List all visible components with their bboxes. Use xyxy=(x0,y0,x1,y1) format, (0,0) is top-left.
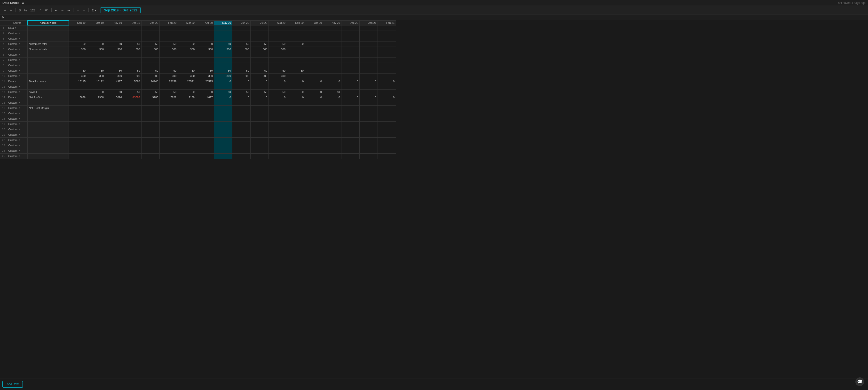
header-col-Jan-21[interactable]: Jan 21 xyxy=(360,20,378,25)
data-cell-8-15[interactable] xyxy=(341,63,360,68)
data-cell-10-16[interactable] xyxy=(360,73,378,79)
data-cell-21-16[interactable] xyxy=(360,132,378,137)
data-cell-8-4[interactable] xyxy=(142,63,160,68)
header-col-Jul-20[interactable]: Jul 20 xyxy=(251,20,269,25)
data-cell-3-3[interactable] xyxy=(123,36,142,41)
data-cell-1-14[interactable] xyxy=(323,25,341,31)
expand-arrow-11[interactable]: ▾ xyxy=(45,80,46,83)
data-cell-3-8[interactable] xyxy=(214,36,232,41)
data-cell-14-10[interactable]: 0 xyxy=(251,95,269,100)
data-cell-15-2[interactable] xyxy=(105,100,123,105)
source-dropdown-19[interactable]: ▼ xyxy=(18,123,20,125)
number-button[interactable]: 123 xyxy=(29,8,37,13)
data-cell-23-0[interactable] xyxy=(69,143,87,148)
data-cell-3-6[interactable] xyxy=(178,36,196,41)
data-cell-11-12[interactable]: 0 xyxy=(287,79,305,84)
data-cell-20-2[interactable] xyxy=(105,127,123,132)
data-cell-25-0[interactable] xyxy=(69,154,87,159)
data-cell-14-2[interactable]: 3094 xyxy=(105,95,123,100)
source-dropdown-8[interactable]: ▼ xyxy=(18,64,20,66)
data-cell-11-7[interactable]: 20515 xyxy=(196,79,214,84)
data-cell-25-16[interactable] xyxy=(360,154,378,159)
data-cell-13-5[interactable]: 50 xyxy=(160,89,178,95)
data-cell-22-15[interactable] xyxy=(341,137,360,143)
data-cell-21-4[interactable] xyxy=(142,132,160,137)
data-cell-12-4[interactable] xyxy=(142,84,160,89)
data-cell-11-14[interactable]: 0 xyxy=(323,79,341,84)
data-cell-14-14[interactable]: 0 xyxy=(323,95,341,100)
data-cell-23-15[interactable] xyxy=(341,143,360,148)
data-cell-11-1[interactable]: 18172 xyxy=(87,79,105,84)
data-cell-7-3[interactable] xyxy=(123,57,142,63)
data-cell-12-5[interactable] xyxy=(160,84,178,89)
data-cell-12-1[interactable] xyxy=(87,84,105,89)
data-cell-13-11[interactable]: 50 xyxy=(269,89,287,95)
source-dropdown-9[interactable]: ▼ xyxy=(18,69,20,72)
data-cell-2-8[interactable] xyxy=(214,31,232,36)
data-cell-21-10[interactable] xyxy=(251,132,269,137)
data-cell-21-15[interactable] xyxy=(341,132,360,137)
data-cell-12-2[interactable] xyxy=(105,84,123,89)
data-cell-7-6[interactable] xyxy=(178,57,196,63)
data-cell-18-15[interactable] xyxy=(341,116,360,121)
data-cell-21-3[interactable] xyxy=(123,132,142,137)
data-cell-23-11[interactable] xyxy=(269,143,287,148)
header-col-Feb-21[interactable]: Feb 21 xyxy=(378,20,396,25)
data-cell-1-3[interactable] xyxy=(123,25,142,31)
data-cell-16-9[interactable] xyxy=(232,105,251,111)
data-cell-6-0[interactable] xyxy=(69,52,87,57)
data-cell-15-4[interactable] xyxy=(142,100,160,105)
data-cell-15-6[interactable] xyxy=(178,100,196,105)
source-dropdown-4[interactable]: ▼ xyxy=(18,43,20,45)
data-cell-2-4[interactable] xyxy=(142,31,160,36)
source-cell-6[interactable]: Custom▼ xyxy=(7,52,28,57)
data-cell-10-14[interactable] xyxy=(323,73,341,79)
data-cell-3-11[interactable] xyxy=(269,36,287,41)
account-cell-12[interactable] xyxy=(28,84,69,89)
data-cell-6-11[interactable] xyxy=(269,52,287,57)
data-cell-19-7[interactable] xyxy=(196,121,214,127)
data-cell-2-5[interactable] xyxy=(160,31,178,36)
source-cell-12[interactable]: Custom▼ xyxy=(7,84,28,89)
source-cell-17[interactable]: Custom▼ xyxy=(7,111,28,116)
data-cell-2-17[interactable] xyxy=(378,31,396,36)
data-cell-17-4[interactable] xyxy=(142,111,160,116)
data-cell-15-0[interactable] xyxy=(69,100,87,105)
data-cell-9-1[interactable]: 50 xyxy=(87,68,105,73)
data-cell-5-3[interactable]: 300 xyxy=(123,47,142,52)
data-cell-12-15[interactable] xyxy=(341,84,360,89)
data-cell-9-10[interactable]: 50 xyxy=(251,68,269,73)
data-cell-24-10[interactable] xyxy=(251,148,269,154)
data-cell-8-7[interactable] xyxy=(196,63,214,68)
data-cell-2-15[interactable] xyxy=(341,31,360,36)
data-cell-1-4[interactable] xyxy=(142,25,160,31)
data-cell-17-17[interactable] xyxy=(378,111,396,116)
data-cell-24-3[interactable] xyxy=(123,148,142,154)
data-cell-4-11[interactable]: 50 xyxy=(269,41,287,47)
header-account[interactable]: Account / Title xyxy=(28,20,69,25)
data-cell-24-7[interactable] xyxy=(196,148,214,154)
data-cell-15-1[interactable] xyxy=(87,100,105,105)
data-cell-20-16[interactable] xyxy=(360,127,378,132)
data-cell-19-15[interactable] xyxy=(341,121,360,127)
account-cell-16[interactable]: Net Profit Margin xyxy=(28,105,69,111)
data-cell-23-2[interactable] xyxy=(105,143,123,148)
data-cell-6-17[interactable] xyxy=(378,52,396,57)
data-cell-7-10[interactable] xyxy=(251,57,269,63)
data-cell-10-10[interactable]: 300 xyxy=(251,73,269,79)
data-cell-3-14[interactable] xyxy=(323,36,341,41)
data-cell-9-2[interactable]: 50 xyxy=(105,68,123,73)
data-cell-10-6[interactable]: 300 xyxy=(178,73,196,79)
data-cell-16-11[interactable] xyxy=(269,105,287,111)
data-cell-4-16[interactable] xyxy=(360,41,378,47)
data-cell-21-0[interactable] xyxy=(69,132,87,137)
data-cell-13-15[interactable] xyxy=(341,89,360,95)
data-cell-3-4[interactable] xyxy=(142,36,160,41)
source-cell-14[interactable]: Data▼ xyxy=(7,95,28,100)
data-cell-16-5[interactable] xyxy=(160,105,178,111)
data-cell-18-6[interactable] xyxy=(178,116,196,121)
data-cell-3-2[interactable] xyxy=(105,36,123,41)
data-cell-3-7[interactable] xyxy=(196,36,214,41)
account-cell-24[interactable] xyxy=(28,148,69,154)
data-cell-20-1[interactable] xyxy=(87,127,105,132)
